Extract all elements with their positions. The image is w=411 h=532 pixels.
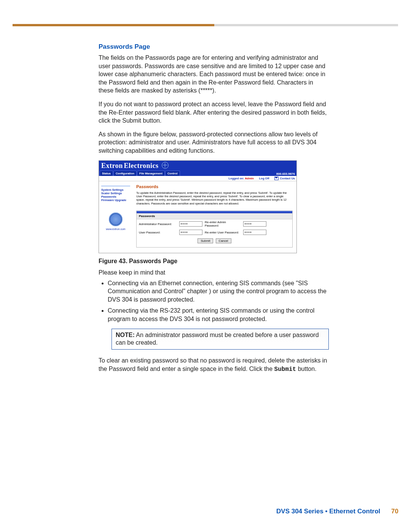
contact-us-link[interactable]: Contact Us	[274, 177, 295, 180]
admin-password-input[interactable]	[179, 221, 202, 227]
clear-password-paragraph: To clear an existing password so that no…	[99, 356, 329, 374]
sidebar-item-passwords[interactable]: Passwords	[101, 195, 130, 198]
action-row: Submit Cancel	[137, 236, 292, 247]
submit-literal: Submit	[274, 366, 296, 373]
please-keep-in-mind: Please keep in mind that	[99, 268, 329, 277]
intro-paragraph-3: As shown in the figure below, password-p…	[99, 130, 329, 155]
intro-paragraph-1: The fields on the Passwords page are for…	[99, 54, 329, 95]
clear-password-part-c: button.	[296, 366, 316, 372]
note-body: An administrator password must be create…	[116, 332, 319, 346]
tab-bar: Status Configuration File Management Con…	[99, 170, 296, 176]
footer-page-number: 70	[391, 508, 398, 515]
log-off-link[interactable]: Log Off	[259, 177, 269, 180]
tab-configuration[interactable]: Configuration	[113, 171, 137, 176]
admin-password-row: Administrator Password: Re-enter Admin P…	[137, 219, 292, 228]
brand-text: Extron Electronics	[101, 162, 159, 169]
page-footer: DVS 304 Series • Ethernet Control 70	[13, 508, 398, 515]
page-description: To update the Administration Password, e…	[136, 191, 293, 206]
app-header: Extron Electronics	[99, 161, 296, 170]
footer-title: DVS 304 Series • Ethernet Control	[276, 508, 380, 515]
page-title: Passwords	[136, 184, 293, 189]
main-area: System Settings Scaler Settings Password…	[99, 181, 296, 253]
re-user-password-label: Re-enter User Password:	[205, 231, 241, 234]
page-header-rule	[13, 24, 398, 26]
logged-on-text: Logged on:	[228, 177, 244, 180]
tab-file-management[interactable]: File Management	[137, 171, 165, 176]
tab-status[interactable]: Status	[100, 171, 113, 176]
figure-caption: Figure 43. Passwords Page	[99, 258, 329, 265]
info-bar: Logged on: Admin Log Off Contact Us	[99, 176, 296, 181]
note-box: NOTE: An administrator password must be …	[112, 329, 329, 350]
sidebar-item-firmware-upgrade[interactable]: Firmware Upgrade	[101, 198, 130, 202]
content-column: Passwords Page The fields on the Passwor…	[99, 43, 329, 379]
sidebar-item-system-settings[interactable]: System Settings	[101, 188, 130, 192]
tab-control[interactable]: Control	[165, 171, 180, 176]
passwords-panel: Passwords Administrator Password: Re-ent…	[136, 211, 293, 248]
figure-caption-bold: Figure 43.	[99, 258, 129, 264]
re-admin-password-label: Re-enter Admin Password:	[205, 220, 241, 227]
intro-paragraph-2: If you do not want to password protect a…	[99, 100, 329, 125]
content-panel: Passwords To update the Administration P…	[132, 181, 296, 253]
note-label: NOTE:	[116, 332, 135, 338]
sidebar-divider	[101, 186, 130, 186]
figure-caption-title: Passwords Page	[129, 258, 177, 264]
user-password-row: User Password: Re-enter User Password:	[137, 228, 292, 236]
logged-on-label: Logged on: Admin	[228, 177, 253, 180]
section-heading: Passwords Page	[99, 43, 329, 51]
seal-icon	[109, 212, 123, 226]
submit-button[interactable]: Submit	[198, 238, 213, 243]
support-phone: 800.633.9876	[276, 172, 295, 176]
brand-logo-icon	[162, 162, 169, 169]
page-header-rule-accent	[13, 24, 214, 26]
figure-screenshot: Extron Electronics Status Configuration …	[99, 160, 297, 254]
sidebar-seal: www.extron.com	[101, 212, 130, 230]
admin-password-label: Administrator Password:	[139, 222, 177, 226]
contact-us-label: Contact Us	[280, 177, 295, 180]
mail-icon	[274, 177, 279, 180]
panel-section-label: Passwords	[137, 213, 292, 219]
user-password-input[interactable]	[179, 230, 202, 235]
logged-on-user: Admin	[245, 177, 253, 180]
re-admin-password-input[interactable]	[243, 221, 266, 227]
sidebar: System Settings Scaler Settings Password…	[99, 181, 132, 253]
user-password-label: User Password:	[139, 231, 177, 234]
bullet-rs232: Connecting via the RS-232 port, entering…	[108, 307, 329, 323]
cancel-button[interactable]: Cancel	[216, 238, 231, 243]
sidebar-item-scaler-settings[interactable]: Scaler Settings	[101, 192, 130, 195]
bullet-list: Connecting via an Ethernet connection, e…	[99, 279, 329, 323]
site-url[interactable]: www.extron.com	[101, 228, 130, 230]
bullet-ethernet: Connecting via an Ethernet connection, e…	[108, 279, 329, 304]
re-user-password-input[interactable]	[243, 230, 266, 235]
page: Passwords Page The fields on the Passwor…	[0, 0, 411, 532]
